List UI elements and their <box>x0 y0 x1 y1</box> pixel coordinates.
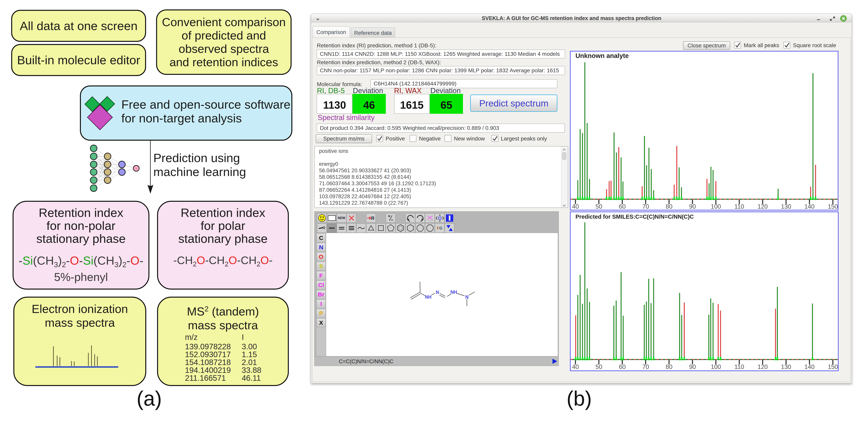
svg-text:80: 80 <box>665 363 672 370</box>
svg-text:Predicted for SMILES:C=C(C)N/N: Predicted for SMILES:C=C(C)N/N=C/NN(C)C <box>576 214 694 220</box>
svg-text:N: N <box>436 290 439 295</box>
svg-text:R: R <box>371 215 374 221</box>
svg-text:140: 140 <box>804 363 815 370</box>
svg-text:80: 80 <box>665 203 672 210</box>
svg-text:50: 50 <box>595 203 602 210</box>
svg-text:90: 90 <box>689 363 696 370</box>
svg-text:110: 110 <box>735 203 744 210</box>
svg-text:130: 130 <box>781 363 791 370</box>
svg-text:N: N <box>465 295 469 300</box>
svg-text:40: 40 <box>572 203 579 210</box>
svg-text:70: 70 <box>642 203 649 210</box>
svg-text:120: 120 <box>758 363 768 370</box>
svg-text:60: 60 <box>619 363 625 370</box>
svg-text:130: 130 <box>781 203 791 210</box>
svg-text:NH: NH <box>425 295 431 300</box>
svg-text:110: 110 <box>735 363 744 370</box>
svg-text:50: 50 <box>595 363 602 370</box>
svg-text:70: 70 <box>642 363 649 370</box>
svg-text:150: 150 <box>828 363 838 370</box>
svg-text:90: 90 <box>689 203 696 210</box>
svg-text:NH: NH <box>451 290 457 295</box>
svg-text:120: 120 <box>758 203 768 210</box>
svg-text:150: 150 <box>828 203 838 210</box>
svg-text:40: 40 <box>572 363 579 370</box>
svg-text:140: 140 <box>804 203 815 210</box>
svg-text:Unknown analyte: Unknown analyte <box>576 52 629 59</box>
svg-text:x: x <box>135 167 137 170</box>
svg-text:60: 60 <box>619 203 625 210</box>
svg-text:100: 100 <box>711 363 721 370</box>
svg-text:100: 100 <box>711 203 721 210</box>
